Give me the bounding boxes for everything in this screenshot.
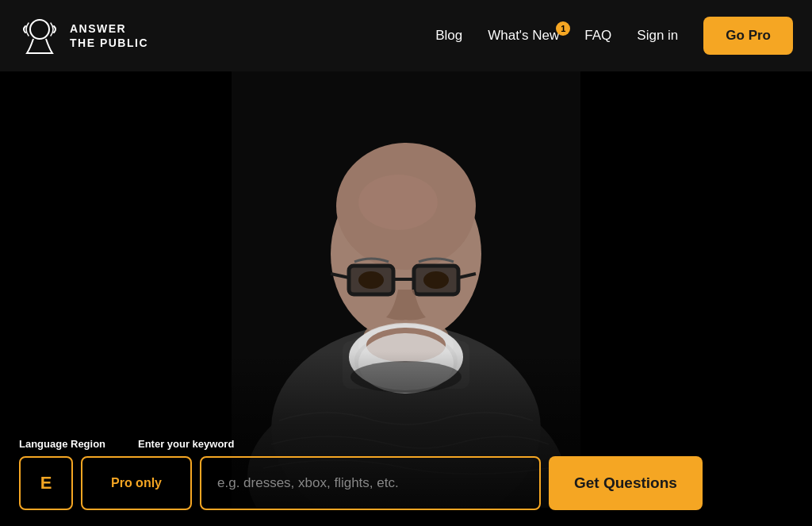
svg-point-8 [358,175,438,230]
language-region-label: Language Region [19,438,130,450]
svg-point-17 [423,271,449,289]
form-labels: Language Region Enter your keyword [19,438,793,450]
bottom-form: Language Region Enter your keyword E Pro… [0,438,812,526]
logo-text: ANSWER THE PUBLIC [70,21,148,50]
svg-point-16 [358,271,384,289]
logo-area: ANSWER THE PUBLIC [19,15,148,56]
nav-blog[interactable]: Blog [435,28,462,44]
logo-icon [19,15,60,56]
go-pro-button[interactable]: Go Pro [703,17,793,55]
nav-sign-in[interactable]: Sign in [637,28,678,44]
form-controls: E Pro only Get Questions [19,456,793,510]
get-questions-button[interactable]: Get Questions [549,456,703,510]
language-button[interactable]: E [19,456,73,510]
keyword-input[interactable] [200,456,541,510]
navbar: ANSWER THE PUBLIC Blog What's New 1 FAQ … [0,0,812,71]
pro-only-button[interactable]: Pro only [81,456,192,510]
whats-new-badge: 1 [556,21,570,36]
nav-links: Blog What's New 1 FAQ Sign in Go Pro [435,17,793,55]
keyword-label: Enter your keyword [138,438,234,450]
svg-point-24 [30,20,49,39]
nav-whats-new[interactable]: What's New 1 [488,28,559,44]
nav-faq[interactable]: FAQ [584,28,611,44]
